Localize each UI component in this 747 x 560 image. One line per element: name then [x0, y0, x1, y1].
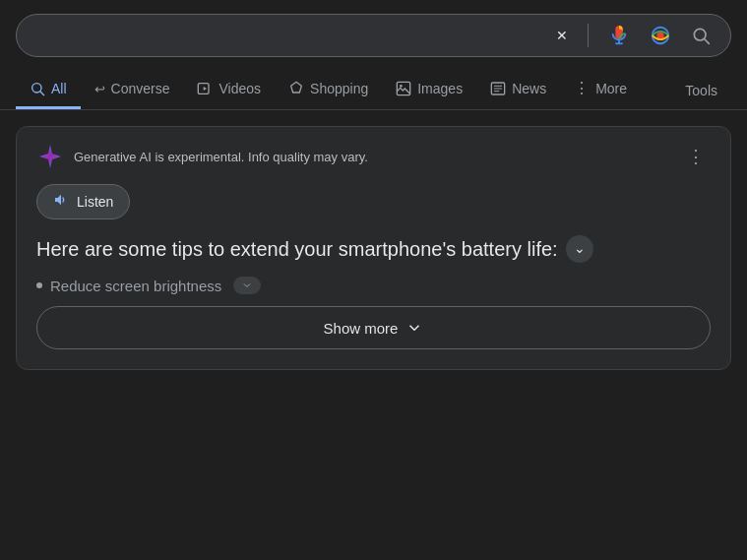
- tab-news[interactable]: News: [476, 71, 560, 109]
- tab-more[interactable]: ⋮ More: [560, 71, 641, 109]
- news-tab-icon: [490, 81, 506, 96]
- search-input[interactable]: how to extend the smartphone battery lif…: [32, 27, 552, 44]
- ai-card: Generative AI is experimental. Info qual…: [16, 126, 731, 370]
- svg-point-3: [656, 31, 663, 38]
- voice-search-button[interactable]: [604, 21, 634, 50]
- gemini-icon: [36, 143, 64, 170]
- listen-label: Listen: [77, 194, 113, 210]
- show-more-button[interactable]: Show more: [36, 306, 711, 349]
- tab-converse-label: Converse: [111, 81, 170, 96]
- svg-marker-10: [291, 82, 302, 93]
- tab-images-label: Images: [417, 81, 463, 96]
- svg-line-7: [40, 92, 44, 95]
- bullet-dot: [36, 282, 42, 288]
- divider: [588, 24, 589, 47]
- content-area: Generative AI is experimental. Info qual…: [0, 110, 747, 386]
- ai-answer-title: Here are some tips to extend your smartp…: [36, 235, 711, 263]
- all-tab-icon: [30, 81, 45, 96]
- tab-more-label: More: [595, 81, 627, 96]
- tab-news-label: News: [512, 81, 546, 96]
- clear-button[interactable]: ✕: [552, 24, 572, 47]
- tab-tools-label: Tools: [685, 83, 717, 98]
- tab-tools[interactable]: Tools: [671, 73, 731, 108]
- top-bar: how to extend the smartphone battery lif…: [0, 0, 747, 71]
- lens-search-button[interactable]: [646, 21, 675, 50]
- search-button[interactable]: [687, 22, 715, 49]
- ai-answer-title-text: Here are some tips to extend your smartp…: [36, 235, 558, 263]
- tab-shopping-label: Shopping: [310, 81, 368, 96]
- images-tab-icon: [396, 81, 411, 96]
- tab-videos[interactable]: Videos: [183, 71, 275, 109]
- ai-options-button[interactable]: ⋮: [681, 146, 711, 167]
- search-icon-group: ✕: [552, 21, 715, 50]
- tab-all-label: All: [51, 81, 67, 96]
- ai-card-header: Generative AI is experimental. Info qual…: [36, 143, 711, 170]
- tab-videos-label: Videos: [218, 81, 261, 96]
- nav-tabs: All ↪ Converse Videos Shopping Images: [0, 71, 747, 110]
- videos-tab-icon: [197, 81, 213, 96]
- ai-notice-text: Generative AI is experimental. Info qual…: [74, 150, 671, 164]
- search-icon: [691, 26, 711, 45]
- svg-marker-9: [204, 87, 207, 91]
- bullet-text: Reduce screen brightness: [50, 278, 221, 294]
- listen-button[interactable]: Listen: [36, 184, 130, 219]
- shopping-tab-icon: [288, 81, 304, 96]
- mic-icon: [608, 25, 630, 46]
- svg-marker-17: [55, 195, 61, 206]
- tab-images[interactable]: Images: [382, 71, 476, 109]
- show-more-chevron-icon: [405, 319, 423, 337]
- search-box: how to extend the smartphone battery lif…: [16, 14, 731, 57]
- tab-shopping[interactable]: Shopping: [275, 71, 382, 109]
- svg-rect-8: [199, 84, 210, 94]
- volume-icon: [53, 192, 69, 208]
- show-more-label: Show more: [324, 320, 399, 337]
- chevron-down-icon: [241, 280, 253, 291]
- svg-point-12: [400, 85, 403, 88]
- lens-icon: [650, 25, 671, 46]
- bullet-expand-chip[interactable]: [233, 277, 261, 294]
- tab-converse[interactable]: ↪ Converse: [81, 71, 184, 109]
- tab-all[interactable]: All: [16, 71, 81, 109]
- ai-logo: [36, 143, 64, 170]
- svg-line-5: [705, 39, 710, 44]
- title-expand-button[interactable]: ⌄: [566, 235, 593, 263]
- bullet-item: Reduce screen brightness: [36, 277, 711, 294]
- speaker-icon: [53, 192, 69, 212]
- converse-tab-icon: ↪: [94, 82, 105, 96]
- more-tab-icon: ⋮: [574, 81, 590, 96]
